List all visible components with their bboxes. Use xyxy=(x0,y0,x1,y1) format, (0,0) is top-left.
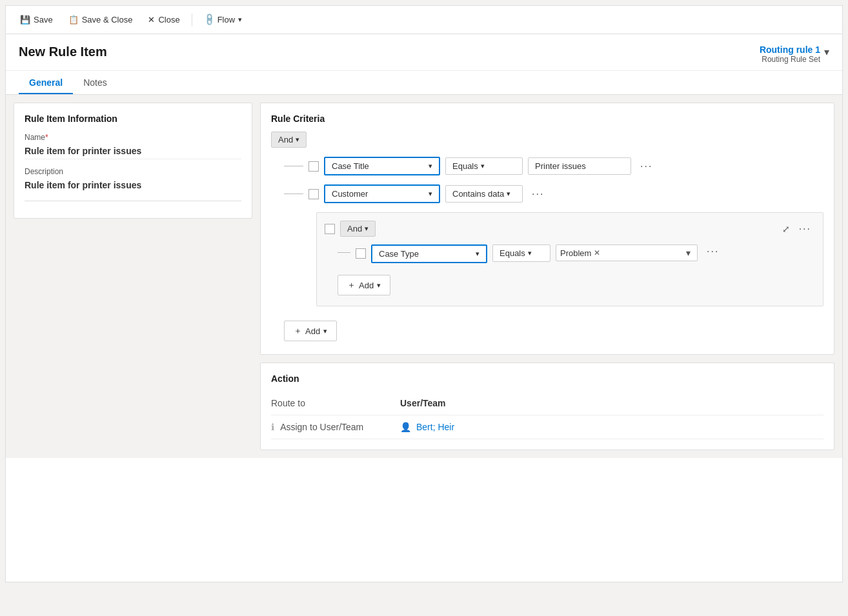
save-button[interactable]: 💾 Save xyxy=(14,12,59,28)
nested-add-icon: ＋ xyxy=(347,279,356,291)
nested-and-chevron-icon: ▾ xyxy=(365,224,368,233)
and-button[interactable]: And ▾ xyxy=(271,132,307,148)
routing-rule-sub: Routing Rule Set xyxy=(760,55,820,64)
action-assign-value-area: 👤 Bert; Heir xyxy=(400,422,454,432)
save-close-button[interactable]: 📋 Save & Close xyxy=(62,12,139,28)
flow-icon: 🔗 xyxy=(202,13,216,27)
nested-group-header: And ▾ ⤢ ··· xyxy=(325,221,815,237)
criteria-operator-chevron-1: ▾ xyxy=(481,162,485,170)
and-label: And xyxy=(278,135,293,144)
save-label: Save xyxy=(34,15,53,25)
close-button[interactable]: ✕ Close xyxy=(141,12,186,28)
name-label: Name* xyxy=(25,133,241,142)
nested-criteria-row-1: Case Type ▾ Equals ▾ Problem ✕ xyxy=(325,244,815,263)
criteria-field-label-2: Customer xyxy=(332,189,368,199)
nested-add-chevron-icon: ▾ xyxy=(377,281,381,290)
value-tag-chevron-icon[interactable]: ▾ xyxy=(683,248,693,258)
criteria-operator-label-1: Equals xyxy=(452,161,478,171)
action-assign-label: ℹ Assign to User/Team xyxy=(271,422,400,432)
page-title: New Rule Item xyxy=(19,45,107,59)
action-assign-link[interactable]: Bert; Heir xyxy=(416,422,454,432)
criteria-operator-1[interactable]: Equals ▾ xyxy=(445,157,523,175)
criteria-checkbox-2[interactable] xyxy=(308,189,319,199)
nested-group-left: And ▾ xyxy=(325,221,376,237)
action-route-label: Route to xyxy=(271,398,400,408)
nested-group: And ▾ ⤢ ··· xyxy=(316,212,823,306)
and-chevron-icon: ▾ xyxy=(296,135,299,144)
save-close-icon: 📋 xyxy=(68,15,79,25)
criteria-value-1[interactable]: Printer issues xyxy=(528,157,631,175)
connector-line-2 xyxy=(284,194,303,194)
description-label: Description xyxy=(25,167,241,176)
description-value: Rule item for printer issues xyxy=(25,177,241,193)
rule-criteria-section: Rule Criteria And ▾ Case Title ▾ Equals xyxy=(260,103,834,355)
criteria-field-label-1: Case Title xyxy=(332,161,369,171)
criteria-field-chevron-2: ▾ xyxy=(429,190,432,198)
routing-rule-link[interactable]: Routing rule 1 xyxy=(760,45,820,55)
outer-add-button[interactable]: ＋ Add ▾ xyxy=(284,321,337,341)
save-icon: 💾 xyxy=(20,15,30,25)
collapse-icon[interactable]: ⤢ xyxy=(782,224,790,234)
nested-add-btn-area: ＋ Add ▾ xyxy=(325,270,815,298)
value-tag-text: Problem xyxy=(560,248,591,258)
nested-criteria-value-container-1: Problem ✕ ▾ xyxy=(556,244,698,261)
tab-bar: General Notes xyxy=(6,71,842,95)
info-icon: ℹ xyxy=(271,422,274,432)
criteria-field-select-2[interactable]: Customer ▾ xyxy=(324,184,440,203)
nested-criteria-checkbox-1[interactable] xyxy=(356,248,366,259)
close-label: Close xyxy=(158,15,179,25)
user-icon: 👤 xyxy=(400,422,411,432)
flow-chevron-icon: ▾ xyxy=(238,15,242,24)
criteria-field-select-1[interactable]: Case Title ▾ xyxy=(324,157,440,175)
routing-rule-chevron-icon[interactable]: ▾ xyxy=(824,46,829,58)
criteria-checkbox-1[interactable] xyxy=(308,161,319,172)
criteria-row-1: Case Title ▾ Equals ▾ Printer issues ··· xyxy=(271,157,823,175)
criteria-operator-2[interactable]: Contains data ▾ xyxy=(445,185,523,203)
panel-divider xyxy=(25,201,241,201)
action-route-row: Route to User/Team xyxy=(271,392,823,415)
name-required-indicator: * xyxy=(45,133,48,142)
action-title: Action xyxy=(271,373,823,384)
action-section: Action Route to User/Team ℹ Assign to Us… xyxy=(260,363,834,450)
nested-add-label: Add xyxy=(359,281,374,290)
nested-criteria-more-button-1[interactable]: ··· xyxy=(703,244,723,259)
criteria-more-button-1[interactable]: ··· xyxy=(636,159,656,174)
outer-add-chevron-icon: ▾ xyxy=(323,327,327,335)
criteria-operator-label-2: Contains data xyxy=(452,189,504,199)
action-route-value: User/Team xyxy=(400,398,446,408)
name-value: Rule item for printer issues xyxy=(25,143,241,159)
outer-add-label: Add xyxy=(305,326,320,336)
toolbar-separator xyxy=(192,14,192,26)
nested-criteria-field-label-1: Case Type xyxy=(379,249,419,259)
value-tag-close-icon[interactable]: ✕ xyxy=(594,248,600,257)
nested-criteria-field-chevron-1: ▾ xyxy=(476,250,480,258)
nested-and-button[interactable]: And ▾ xyxy=(340,221,376,237)
nested-and-label: And xyxy=(347,224,362,233)
criteria-more-button-2[interactable]: ··· xyxy=(528,187,548,201)
nested-criteria-field-select-1[interactable]: Case Type ▾ xyxy=(371,244,487,263)
outer-add-btn-area: ＋ Add ▾ xyxy=(271,315,823,344)
criteria-operator-chevron-2: ▾ xyxy=(507,190,510,198)
value-tag-problem: Problem ✕ xyxy=(560,248,600,258)
save-close-label: Save & Close xyxy=(82,15,133,25)
connector-line-1 xyxy=(284,166,303,166)
flow-label: Flow xyxy=(217,15,235,25)
tab-notes[interactable]: Notes xyxy=(73,71,117,94)
rule-item-info-panel: Rule Item Information Name* Rule item fo… xyxy=(14,103,252,219)
nested-group-more-button[interactable]: ··· xyxy=(795,222,815,236)
nested-group-checkbox[interactable] xyxy=(325,224,335,234)
action-assign-row: ℹ Assign to User/Team 👤 Bert; Heir xyxy=(271,415,823,439)
nested-criteria-operator-1[interactable]: Equals ▾ xyxy=(492,244,550,262)
criteria-field-chevron-1: ▾ xyxy=(429,162,432,170)
tab-general[interactable]: General xyxy=(19,71,73,94)
nested-criteria-operator-label-1: Equals xyxy=(500,248,525,258)
flow-button[interactable]: 🔗 Flow ▾ xyxy=(197,12,248,28)
outer-add-icon: ＋ xyxy=(294,325,302,337)
nested-criteria-operator-chevron-1: ▾ xyxy=(528,249,532,257)
nested-add-button[interactable]: ＋ Add ▾ xyxy=(338,275,390,295)
criteria-row-2: Customer ▾ Contains data ▾ ··· xyxy=(271,184,823,203)
routing-rule-area: Routing rule 1 Routing Rule Set ▾ xyxy=(760,45,829,64)
panel-title: Rule Item Information xyxy=(25,114,241,124)
nested-group-right: ⤢ ··· xyxy=(782,222,815,236)
right-panel: Rule Criteria And ▾ Case Title ▾ Equals xyxy=(260,103,834,450)
